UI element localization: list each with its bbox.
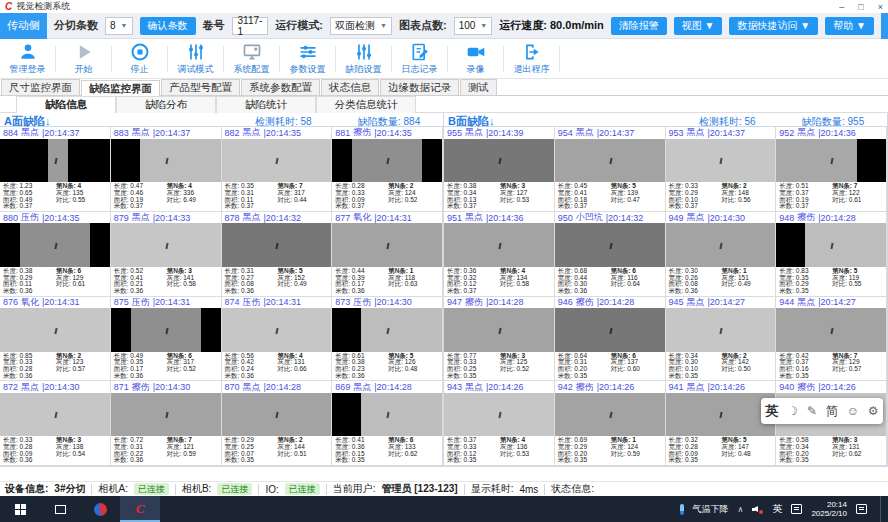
defect-image[interactable] [111,393,221,437]
defect-cell[interactable]: 946擦伤|20:14:28长度: 0.64宽度: 0.31面积: 0.20米数… [555,297,666,382]
start-button[interactable] [0,496,40,522]
language-indicator[interactable]: 英 [772,502,782,516]
defect-image[interactable] [555,393,665,437]
defect-image[interactable] [444,393,554,437]
defect-cell[interactable]: 941黑点|20:14:26长度: 0.32宽度: 0.28面积: 0.09米数… [666,381,777,466]
taskbar-clock[interactable]: 20:14 2025/2/10 [811,500,847,518]
defect-cell[interactable]: 872黑点|20:14:30长度: 0.33宽度: 0.28面积: 0.09米数… [0,381,111,466]
toolbar-button-camera[interactable]: 录像 [448,39,503,78]
defect-cell[interactable]: 948擦伤|20:14:28长度: 0.83宽度: 0.35面积: 0.29米数… [776,212,887,297]
data-access-menu-button[interactable]: 数据快捷访问 ▼ [729,17,818,35]
defect-image[interactable] [332,308,442,352]
defect-cell[interactable]: 879黑点|20:14:33长度: 0.52宽度: 0.41面积: 0.21米数… [111,212,222,297]
ime-pen-icon[interactable]: ✎ [807,404,817,418]
defect-image[interactable] [444,139,554,183]
defect-cell[interactable]: 870黑点|20:14:28长度: 0.29宽度: 0.25面积: 0.07米数… [222,381,333,466]
touch-keyboard-icon[interactable] [791,504,802,514]
close-button[interactable]: × [878,2,883,12]
defect-image[interactable] [332,139,442,183]
help-menu-button[interactable]: 帮助 ▼ [825,17,874,35]
defect-image[interactable] [222,139,332,183]
defect-cell[interactable]: 883黑点|20:14:37长度: 0.47宽度: 0.46面积: 0.19米数… [111,127,222,212]
defect-image[interactable] [555,139,665,183]
defect-cell[interactable]: 871擦伤|20:14:30长度: 0.72宽度: 0.31面积: 0.22米数… [111,381,222,466]
sub-tab-0[interactable]: 缺陷信息 [16,96,116,113]
maximize-button[interactable]: □ [858,2,863,12]
main-tab-2[interactable]: 产品型号配置 [161,79,240,95]
sub-tab-1[interactable]: 缺陷分布 [116,96,216,113]
defect-image[interactable] [666,139,776,183]
panel-title[interactable]: B面缺陷↓ [448,114,494,129]
defect-cell[interactable]: 949黑点|20:14:30长度: 0.30宽度: 0.26面积: 0.08米数… [666,212,777,297]
defect-cell[interactable]: 881擦伤|20:14:35长度: 0.28宽度: 0.33面积: 0.09米数… [332,127,443,212]
defect-cell[interactable]: 880压伤|20:14:35长度: 0.38宽度: 0.29面积: 0.11米数… [0,212,111,297]
ime-emoji-icon[interactable]: ☺ [847,404,859,418]
defect-cell[interactable]: 950小凹坑|20:14:32长度: 0.68宽度: 0.44面积: 0.30米… [555,212,666,297]
taskbar-app-inspection[interactable]: C [120,496,160,522]
run-mode-select[interactable]: 双面检测▼ [330,17,392,35]
defect-image[interactable] [111,139,221,183]
defect-image[interactable] [0,308,110,352]
chart-points-select[interactable]: 100▼ [454,17,493,35]
toolbar-button-sliders-v[interactable]: 缺陷设置 [336,39,391,78]
defect-cell[interactable]: 875压伤|20:14:31长度: 0.49宽度: 0.35面积: 0.17米数… [111,297,222,382]
defect-image[interactable] [776,139,886,183]
toolbar-button-user[interactable]: 管理登录 [0,39,55,78]
defect-image[interactable] [666,393,776,437]
toolbar-button-play[interactable]: 开始 [56,39,111,78]
action-center-icon[interactable] [856,504,867,514]
defect-image[interactable] [222,393,332,437]
main-tab-4[interactable]: 状态信息 [321,79,379,95]
defect-cell[interactable]: 873压伤|20:14:30长度: 0.61宽度: 0.38面积: 0.23米数… [332,297,443,382]
defect-image[interactable] [111,308,221,352]
main-tab-1[interactable]: 缺陷监控界面 [81,80,160,96]
defect-image[interactable] [332,223,442,267]
defect-cell[interactable]: 947擦伤|20:14:28长度: 0.77宽度: 0.33面积: 0.25米数… [444,297,555,382]
defect-cell[interactable]: 884黑点|20:14:37长度: 1.23宽度: 0.65面积: 0.49米数… [0,127,111,212]
defect-image[interactable] [111,223,221,267]
sub-tab-2[interactable]: 缺陷统计 [216,96,316,113]
toolbar-button-sliders-h[interactable]: 参数设置 [280,39,335,78]
defect-cell[interactable]: 943黑点|20:14:26长度: 0.37宽度: 0.33面积: 0.12米数… [444,381,555,466]
defect-image[interactable] [0,223,110,267]
main-tab-3[interactable]: 系统参数配置 [241,79,320,95]
defect-image[interactable] [666,223,776,267]
defect-cell[interactable]: 952黑点|20:14:36长度: 0.51宽度: 0.37面积: 0.19米数… [776,127,887,212]
main-tab-6[interactable]: 测试 [460,79,497,95]
ime-lang-toggle[interactable]: 英 [765,402,778,420]
weather-text[interactable]: 气温下降 [693,503,729,516]
defect-cell[interactable]: 951黑点|20:14:36长度: 0.36宽度: 0.32面积: 0.12米数… [444,212,555,297]
defect-cell[interactable]: 944黑点|20:14:27长度: 0.42宽度: 0.37面积: 0.16米数… [776,297,887,382]
defect-image[interactable] [555,223,665,267]
toolbar-button-log[interactable]: 日志记录 [392,39,447,78]
toolbar-button-stop[interactable]: 停止 [112,39,167,78]
main-tab-5[interactable]: 边缘数据记录 [380,79,459,95]
ime-settings-icon[interactable]: ⚙ [868,404,879,418]
defect-cell[interactable]: 953黑点|20:14:37长度: 0.33宽度: 0.29面积: 0.10米数… [666,127,777,212]
panel-title[interactable]: A面缺陷↓ [4,114,50,129]
defect-cell[interactable]: 876氧化|20:14:31长度: 0.85宽度: 0.33面积: 0.28米数… [0,297,111,382]
minimize-button[interactable]: – [839,2,844,12]
defect-cell[interactable]: 945黑点|20:14:27长度: 0.34宽度: 0.30面积: 0.10米数… [666,297,777,382]
defect-cell[interactable]: 878黑点|20:14:32长度: 0.31宽度: 0.27面积: 0.08米数… [222,212,333,297]
defect-image[interactable] [555,308,665,352]
defect-image[interactable] [0,393,110,437]
defect-cell[interactable]: 942擦伤|20:14:26长度: 0.69宽度: 0.29面积: 0.20米数… [555,381,666,466]
confirm-strips-button[interactable]: 确认条数 [140,17,196,35]
defect-image[interactable] [444,223,554,267]
defect-cell[interactable]: 874压伤|20:14:31长度: 0.56宽度: 0.42面积: 0.24米数… [222,297,333,382]
toolbar-button-tune[interactable]: 调试模式 [168,39,223,78]
taskbar-app-camera[interactable] [80,496,120,522]
defect-image[interactable] [776,308,886,352]
defect-image[interactable] [666,308,776,352]
defect-image[interactable] [0,139,110,183]
defect-image[interactable] [222,308,332,352]
defect-image[interactable] [776,223,886,267]
defect-cell[interactable]: 955黑点|20:14:39长度: 0.38宽度: 0.34面积: 0.13米数… [444,127,555,212]
speaker-muted-icon[interactable] [752,504,763,514]
toolbar-button-monitor[interactable]: 系统配置 [224,39,279,78]
roll-number-input[interactable]: 3117-1 [232,17,269,35]
show-desktop-button[interactable] [880,496,884,522]
sub-tab-3[interactable]: 分类信息统计 [316,96,416,113]
defect-cell[interactable]: 869黑点|20:14:28长度: 0.41宽度: 0.36面积: 0.15米数… [332,381,443,466]
